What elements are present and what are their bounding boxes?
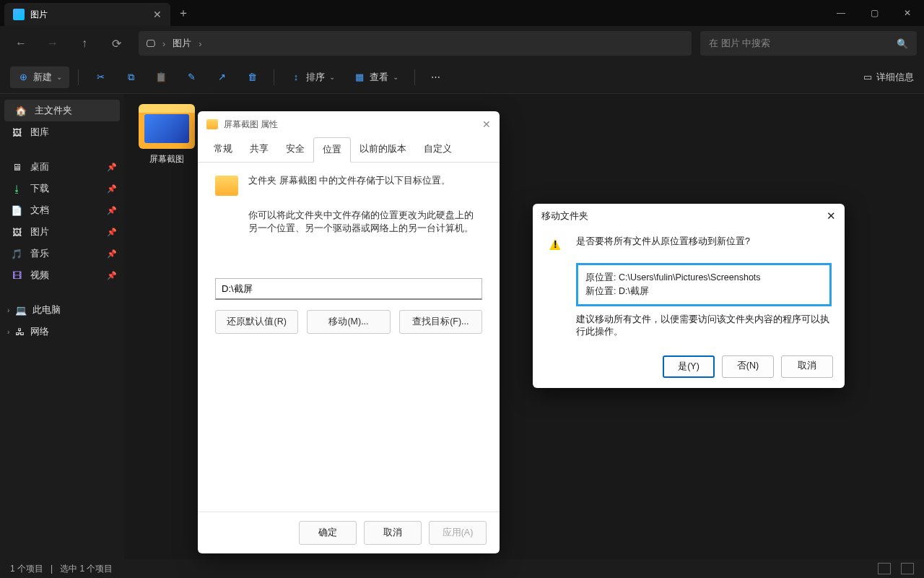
sidebar-item-downloads[interactable]: ⭳下载📌	[0, 178, 124, 199]
window-tab[interactable]: 图片 ✕	[4, 3, 170, 26]
tab-general[interactable]: 常规	[205, 137, 241, 162]
pin-icon: 📌	[107, 184, 117, 194]
no-button[interactable]: 否(N)	[722, 355, 774, 378]
more-icon: ⋯	[431, 72, 440, 82]
find-target-button[interactable]: 查找目标(F)...	[399, 310, 482, 334]
chevron-right-icon: ›	[7, 328, 9, 336]
new-button[interactable]: ⊕ 新建 ⌄	[10, 66, 69, 88]
cancel-button[interactable]: 取消	[364, 521, 422, 545]
breadcrumb-item[interactable]: 图片	[173, 37, 191, 50]
gallery-icon: 🖼	[10, 126, 23, 139]
sidebar-item-pictures[interactable]: 🖼图片📌	[0, 221, 124, 243]
minimize-button[interactable]: ―	[824, 0, 858, 26]
tab-security[interactable]: 安全	[277, 137, 313, 162]
rename-button[interactable]: ✎	[178, 67, 204, 87]
view-icon: ▦	[354, 72, 365, 83]
maximize-button[interactable]: ▢	[858, 0, 891, 26]
chevron-right-icon: ›	[7, 306, 9, 314]
ok-button[interactable]: 确定	[299, 521, 357, 545]
tab-previous-versions[interactable]: 以前的版本	[351, 137, 415, 162]
move-confirm-dialog: 移动文件夹 ✕ 是否要将所有文件从原位置移动到新位置? 原位置: C:\User…	[533, 204, 845, 388]
close-window-button[interactable]: ✕	[891, 0, 924, 26]
sidebar: 🏠主文件夹 🖼图库 🖥桌面📌 ⭳下载📌 📄文档📌 🖼图片📌 🎵音乐📌 🎞视频📌 …	[0, 94, 124, 559]
paste-icon: 📋	[155, 72, 167, 83]
sort-icon: ↕	[290, 72, 302, 83]
download-icon: ⭳	[10, 182, 23, 195]
restore-default-button[interactable]: 还原默认值(R)	[215, 310, 298, 334]
status-divider: |	[51, 564, 53, 574]
cancel-confirm-button[interactable]: 取消	[781, 355, 833, 378]
copy-button[interactable]: ⧉	[118, 67, 144, 87]
new-path: D:\截屏	[619, 286, 649, 296]
properties-dialog: 屏幕截图 属性 ✕ 常规 共享 安全 位置 以前的版本 自定义 文件夹 屏幕截图…	[198, 111, 500, 553]
tab-location[interactable]: 位置	[313, 137, 351, 163]
paste-button[interactable]: 📋	[148, 67, 174, 87]
new-tab-button[interactable]: ＋	[170, 0, 196, 26]
chevron-down-icon: ⌄	[393, 73, 398, 81]
cut-button[interactable]: ✂	[87, 67, 113, 87]
more-button[interactable]: ⋯	[424, 67, 448, 87]
close-dialog-button[interactable]: ✕	[482, 118, 491, 130]
pin-icon: 📌	[107, 271, 117, 280]
sidebar-item-network[interactable]: ›🖧网络	[0, 321, 124, 342]
confirm-advice: 建议移动所有文件，以便需要访问该文件夹内容的程序可以执行此操作。	[576, 314, 832, 338]
back-button[interactable]: ←	[7, 31, 35, 56]
up-button[interactable]: ↑	[71, 31, 98, 56]
tab-sharing[interactable]: 共享	[241, 137, 277, 162]
dialog-title: 屏幕截图 属性	[224, 118, 278, 131]
copy-icon: ⧉	[125, 72, 136, 83]
confirm-question: 是否要将所有文件从原位置移动到新位置?	[576, 236, 750, 248]
move-button[interactable]: 移动(M)...	[307, 310, 390, 334]
location-description-2: 你可以将此文件夹中文件存储的位置更改为此硬盘上的另一个位置、另一个驱动器或网络上…	[248, 209, 482, 235]
rename-icon: ✎	[186, 72, 197, 83]
pin-icon: 📌	[107, 249, 117, 259]
search-icon: 🔍	[897, 38, 908, 49]
apply-button[interactable]: 应用(A)	[429, 521, 487, 545]
chevron-right-icon: ›	[162, 38, 165, 49]
view-grid-button[interactable]	[901, 563, 914, 574]
cut-icon: ✂	[95, 72, 106, 83]
confirm-title: 移动文件夹	[541, 210, 588, 223]
monitor-icon: 🖵	[146, 38, 155, 49]
delete-button[interactable]: 🗑	[239, 67, 265, 87]
sidebar-item-videos[interactable]: 🎞视频📌	[0, 264, 124, 286]
pc-icon: 💻	[15, 305, 27, 316]
view-button[interactable]: ▦ 查看 ⌄	[346, 66, 406, 88]
details-icon: ▭	[863, 72, 872, 82]
details-pane-button[interactable]: ▭ 详细信息	[863, 71, 914, 84]
trash-icon: 🗑	[246, 72, 258, 83]
sidebar-item-desktop[interactable]: 🖥桌面📌	[0, 156, 124, 178]
tab-customize[interactable]: 自定义	[415, 137, 461, 162]
plus-circle-icon: ⊕	[17, 72, 29, 83]
close-tab-icon[interactable]: ✕	[153, 9, 162, 20]
view-list-button[interactable]	[878, 563, 891, 574]
sidebar-item-home[interactable]: 🏠主文件夹	[4, 100, 120, 121]
forward-button[interactable]: →	[39, 31, 66, 56]
refresh-button[interactable]: ⟳	[103, 31, 130, 56]
sort-button[interactable]: ↕ 排序 ⌄	[283, 66, 342, 88]
selected-count: 选中 1 个项目	[60, 563, 113, 575]
folder-item-screenshots[interactable]: 屏幕截图	[134, 104, 199, 165]
chevron-down-icon: ⌄	[329, 73, 335, 81]
folder-icon	[139, 104, 195, 149]
item-count: 1 个项目	[10, 563, 43, 575]
status-bar: 1 个项目 | 选中 1 个项目	[0, 559, 924, 578]
document-icon: 📄	[10, 204, 23, 217]
search-input[interactable]: 在 图片 中搜索 🔍	[700, 31, 917, 56]
old-path: C:\Users\fulin\Pictures\Screenshots	[619, 272, 761, 282]
share-icon: ↗	[216, 72, 227, 83]
sidebar-item-thispc[interactable]: ›💻此电脑	[0, 299, 124, 321]
close-confirm-button[interactable]: ✕	[827, 210, 836, 223]
share-button[interactable]: ↗	[209, 67, 235, 87]
search-placeholder: 在 图片 中搜索	[709, 37, 897, 50]
location-box: 原位置: C:\Users\fulin\Pictures\Screenshots…	[576, 263, 832, 306]
address-bar[interactable]: 🖵 › 图片 ›	[139, 31, 692, 56]
sidebar-item-gallery[interactable]: 🖼图库	[0, 121, 124, 143]
yes-button[interactable]: 是(Y)	[663, 355, 715, 378]
location-path-input[interactable]	[215, 278, 482, 300]
pictures-icon	[13, 9, 25, 20]
sidebar-item-documents[interactable]: 📄文档📌	[0, 199, 124, 221]
pin-icon: 📌	[107, 163, 117, 172]
sidebar-item-music[interactable]: 🎵音乐📌	[0, 243, 124, 264]
folder-icon	[206, 119, 218, 129]
